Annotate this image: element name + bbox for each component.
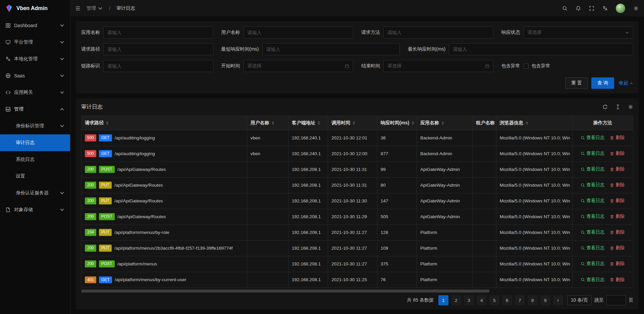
- request-path: /api/ApiGateway/Routes: [117, 167, 166, 172]
- page-button-4[interactable]: 4: [477, 295, 487, 305]
- page-size-select[interactable]: 10 条/页: [567, 295, 592, 305]
- delete-button[interactable]: 删除: [610, 245, 625, 251]
- page-button-3[interactable]: 3: [464, 295, 474, 305]
- max-response-time-input[interactable]: [449, 43, 633, 55]
- search-icon: [581, 199, 585, 203]
- column-header-2[interactable]: 客户端地址: [288, 116, 328, 130]
- cell-tenant: [473, 240, 496, 256]
- sidebar-item-management[interactable]: 管理: [0, 101, 70, 118]
- start-time-date-picker[interactable]: 请选择: [244, 60, 354, 72]
- sidebar-item-label: 身份标识管理: [16, 123, 56, 129]
- user-name-input[interactable]: [244, 26, 354, 39]
- delete-button[interactable]: 删除: [610, 261, 625, 267]
- sidebar-menu: Dashboard平台管理本地化管理Saas应用网关管理身份标识管理审计日志系统…: [0, 16, 70, 314]
- column-header-3[interactable]: 调用时间: [328, 116, 377, 130]
- sidebar-item-platform[interactable]: 平台管理: [0, 34, 70, 51]
- sidebar-item-object-storage[interactable]: 对象存储: [0, 201, 70, 218]
- filter-actions: 重 置 查 询 收起: [81, 77, 633, 89]
- column-header-6[interactable]: 租户名称: [473, 116, 496, 130]
- scrollbar-thumb[interactable]: [81, 290, 490, 293]
- translate-icon[interactable]: [602, 6, 608, 11]
- delete-button[interactable]: 删除: [610, 166, 625, 172]
- bell-icon[interactable]: [576, 6, 581, 11]
- delete-button[interactable]: 删除: [610, 182, 625, 188]
- settings-icon[interactable]: [628, 104, 633, 110]
- view-log-button[interactable]: 查看日志: [581, 166, 604, 172]
- sidebar-item-audit-log[interactable]: 审计日志: [0, 134, 70, 151]
- column-header-5[interactable]: 应用名称: [417, 116, 473, 130]
- view-log-button[interactable]: 查看日志: [581, 229, 604, 235]
- cell-client-address: 192.168.240.1: [288, 130, 328, 146]
- view-log-button[interactable]: 查看日志: [581, 135, 604, 141]
- view-log-button[interactable]: 查看日志: [581, 277, 604, 283]
- collapse-link[interactable]: 收起: [619, 80, 633, 86]
- jump-page-input[interactable]: [606, 295, 626, 305]
- delete-button[interactable]: 删除: [610, 277, 625, 283]
- sidebar-item-label: 管理: [14, 106, 56, 112]
- sidebar-item-settings[interactable]: 设置: [0, 168, 70, 185]
- cell-client-address: 192.168.208.1: [288, 193, 328, 209]
- trash-icon: [610, 214, 614, 219]
- min-response-time-input[interactable]: [262, 43, 400, 55]
- gateway-icon: [5, 90, 11, 95]
- page-button-6[interactable]: 6: [502, 295, 512, 305]
- sidebar-item-dashboard[interactable]: Dashboard: [0, 17, 70, 34]
- user-avatar[interactable]: [616, 4, 625, 13]
- delete-button[interactable]: 删除: [610, 198, 625, 204]
- app-root: Vben Admin Dashboard平台管理本地化管理Saas应用网关管理身…: [0, 0, 644, 314]
- row-height-icon[interactable]: [615, 104, 621, 110]
- view-log-button[interactable]: 查看日志: [581, 198, 604, 204]
- column-header-0[interactable]: 请求路径: [82, 116, 247, 130]
- delete-button[interactable]: 删除: [610, 150, 625, 156]
- app-name-input[interactable]: [103, 26, 213, 39]
- end-time-date-picker[interactable]: 请选择: [383, 60, 493, 72]
- fullscreen-icon[interactable]: [589, 6, 594, 11]
- page-button-7[interactable]: 7: [515, 295, 525, 305]
- view-log-button[interactable]: 查看日志: [581, 213, 604, 219]
- sidebar-item-gateway[interactable]: 应用网关: [0, 84, 70, 101]
- menu-fold-icon[interactable]: [75, 6, 80, 11]
- action-label: 查看日志: [586, 277, 604, 283]
- has-exception-checkbox[interactable]: [524, 64, 529, 69]
- sidebar-item-system-log[interactable]: 系统日志: [0, 151, 70, 168]
- sidebar-item-saas[interactable]: Saas: [0, 67, 70, 84]
- cell-response-time: 80: [377, 177, 417, 193]
- view-log-button[interactable]: 查看日志: [581, 150, 604, 156]
- page-button-1[interactable]: 1: [438, 295, 448, 305]
- page-button-8[interactable]: 8: [528, 295, 538, 305]
- chevron-down-icon: [625, 30, 629, 35]
- next-page-button[interactable]: [553, 295, 563, 305]
- delete-button[interactable]: 删除: [610, 213, 625, 219]
- column-header-7[interactable]: 浏览器信息: [496, 116, 572, 130]
- settings-icon[interactable]: [633, 6, 639, 11]
- delete-button[interactable]: 删除: [610, 135, 625, 141]
- view-log-button[interactable]: 查看日志: [581, 261, 604, 267]
- cell-response-time: 877: [377, 146, 417, 162]
- refresh-icon[interactable]: [602, 104, 608, 110]
- request-path: /api/platform/menus/2b3accf8-4fb8-f257-f…: [114, 246, 232, 251]
- request-method-input[interactable]: [383, 26, 493, 39]
- page-button-5[interactable]: 5: [489, 295, 499, 305]
- filter-field-start-time: 开始时间请选择: [221, 60, 354, 72]
- delete-button[interactable]: 删除: [610, 229, 625, 235]
- request-path-input[interactable]: [103, 43, 213, 55]
- sidebar-item-localization[interactable]: 本地化管理: [0, 51, 70, 67]
- sidebar-item-identity[interactable]: 身份标识管理: [0, 118, 70, 134]
- sidebar-item-auth-server[interactable]: 身份认证服务器: [0, 185, 70, 201]
- cell-app-name: Platform: [417, 256, 473, 272]
- trace-id-input[interactable]: [103, 60, 213, 72]
- page-button-9[interactable]: 9: [540, 295, 550, 305]
- view-log-button[interactable]: 查看日志: [581, 245, 604, 251]
- query-button[interactable]: 查 询: [591, 77, 614, 89]
- placeholder-text: 请选择: [248, 63, 262, 69]
- page-button-2[interactable]: 2: [451, 295, 461, 305]
- reset-button[interactable]: 重 置: [565, 77, 588, 89]
- horizontal-scrollbar[interactable]: [81, 290, 633, 293]
- column-header-1[interactable]: 用户名称: [247, 116, 288, 130]
- search-icon[interactable]: [562, 6, 568, 11]
- view-log-button[interactable]: 查看日志: [581, 182, 604, 188]
- column-header-4[interactable]: 响应时间(ms): [377, 116, 417, 130]
- column-label: 用户名称: [251, 120, 269, 126]
- breadcrumb-root[interactable]: 管理: [87, 5, 103, 11]
- response-status-select[interactable]: 请选择: [524, 26, 634, 39]
